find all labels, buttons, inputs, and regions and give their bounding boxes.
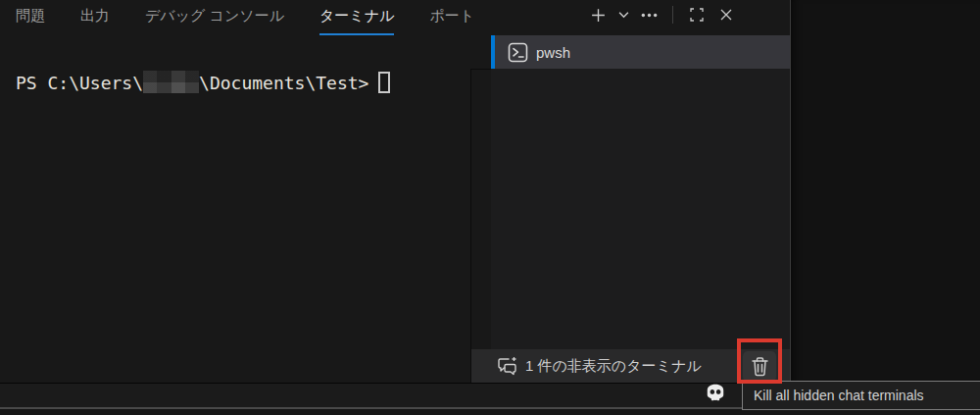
tooltip: Kill all hidden chat terminals [742, 381, 980, 410]
terminal-profile-dropdown[interactable] [615, 3, 631, 26]
prompt-suffix: \Documents\Test> [199, 73, 368, 93]
kill-hidden-terminals-button[interactable] [743, 351, 776, 382]
terminal-list-item-pwsh[interactable]: pwsh [491, 35, 790, 69]
terminal-tabs-list: pwsh [491, 35, 790, 383]
close-icon [719, 8, 733, 22]
hidden-terminals-label: 1 件の非表示のターミナル [525, 357, 702, 376]
chat-sparkle-icon [497, 356, 518, 376]
hidden-terminals-row[interactable]: 1 件の非表示のターミナル [471, 349, 790, 383]
new-terminal-button[interactable] [586, 3, 610, 26]
maximize-panel-button[interactable] [685, 3, 709, 26]
secondary-panel-area [790, 0, 980, 383]
terminal-cursor [378, 72, 390, 93]
tab-output[interactable]: 出力 [80, 0, 110, 35]
tab-debug-console[interactable]: デバッグ コンソール [145, 0, 284, 35]
copilot-status-button[interactable] [702, 380, 729, 407]
terminal-prompt-line[interactable]: PS C:\Users\\Documents\Test> [16, 71, 390, 96]
terminal-item-label: pwsh [536, 44, 570, 61]
copilot-icon [703, 381, 728, 406]
trash-icon [751, 356, 769, 377]
screen-full-icon [689, 7, 705, 23]
chevron-down-icon [618, 11, 629, 19]
tab-problems[interactable]: 問題 [16, 0, 45, 35]
panel-toolbar [586, 0, 738, 29]
terminal-icon [508, 42, 528, 63]
toolbar-separator [672, 6, 673, 24]
vscode-terminal-panel: 問題 出力 デバッグ コンソール ターミナル ポート [0, 0, 980, 415]
censored-username-mosaic [143, 71, 199, 93]
tab-terminal[interactable]: ターミナル [319, 0, 394, 35]
tooltip-text: Kill all hidden chat terminals [754, 388, 924, 403]
tab-ports[interactable]: ポート [429, 0, 474, 35]
plus-icon [590, 7, 607, 24]
terminal-split-sash[interactable] [470, 69, 471, 383]
ellipsis-icon [641, 13, 658, 18]
more-actions-button[interactable] [637, 3, 661, 26]
close-panel-button[interactable] [714, 3, 738, 26]
terminal-split-sash-corner [470, 69, 492, 70]
prompt-prefix: PS C:\Users\ [16, 73, 143, 93]
